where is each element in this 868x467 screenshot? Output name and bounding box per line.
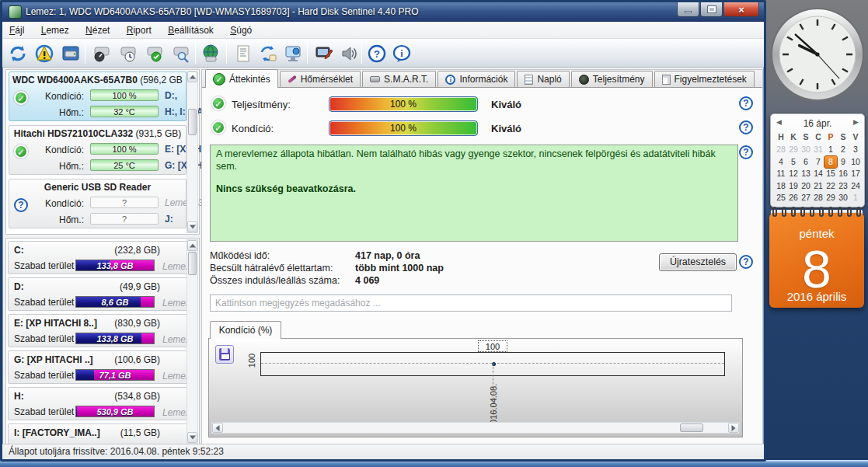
disk-item-wdc[interactable]: WDC WD6400AAKS-65A7B0 (596,2 GB ✓ Kondíc… (9, 71, 186, 121)
alert-test-icon[interactable] (33, 43, 54, 64)
partition-list-scrollbar[interactable] (186, 239, 198, 444)
calendar-day[interactable]: 30 (837, 192, 849, 204)
scroll-down-icon[interactable] (187, 221, 197, 232)
calendar-day[interactable]: 17 (849, 168, 862, 180)
scroll-left-icon[interactable] (212, 423, 223, 433)
sync-icon[interactable] (257, 43, 278, 64)
calendar-day[interactable]: 15 (824, 168, 837, 180)
calendar-day[interactable]: 2 (837, 144, 849, 156)
network-drive-icon[interactable] (200, 43, 221, 64)
calendar-day[interactable]: 30 (800, 144, 812, 156)
disk-ok-icon[interactable] (144, 43, 165, 64)
calendar-day[interactable]: 10 (849, 156, 862, 169)
tab-informaciok[interactable]: iInformációk (437, 71, 515, 87)
tab-naplo[interactable]: Napló (517, 71, 569, 87)
menu-fajl[interactable]: Fájl (2, 22, 31, 39)
help-icon[interactable]: ? (739, 145, 753, 159)
disk-list-scrollbar[interactable] (186, 71, 198, 233)
calendar-day[interactable]: 22 (824, 180, 837, 193)
help-icon[interactable]: ? (739, 255, 753, 269)
maximize-button[interactable] (700, 2, 723, 17)
scrollbar-thumb[interactable] (680, 423, 703, 432)
help-icon[interactable]: ? (739, 120, 753, 134)
calendar-day[interactable]: 1 (849, 192, 862, 204)
help-icon[interactable]: ? (739, 96, 753, 110)
scroll-up-icon[interactable] (187, 71, 197, 82)
calendar-day-selected[interactable]: 8 (824, 156, 837, 169)
calendar-day[interactable]: 24 (849, 180, 862, 193)
calendar-day[interactable]: 14 (812, 168, 824, 180)
calendar-day[interactable]: 7 (812, 156, 824, 169)
menu-riport[interactable]: Riport (120, 22, 159, 39)
status-ok-icon: ✓ (14, 145, 28, 159)
menu-nezet[interactable]: Nézet (78, 22, 117, 39)
disk-item-usb-reader[interactable]: Generic USB SD Reader ? Kondíció: ? Leme… (9, 179, 186, 228)
tab-attekintes[interactable]: ✓Áttekintés (205, 69, 278, 88)
partition-item-h[interactable]: H:(534,8 GB) Szabad terület 530,9 GB Lem… (8, 387, 189, 420)
calendar-day[interactable]: 19 (787, 180, 800, 193)
minimize-button[interactable] (677, 2, 699, 17)
calendar-day[interactable]: 20 (800, 180, 812, 193)
partition-item-e[interactable]: E: [XP HITACHI 8..](830,9 GB) Szabad ter… (8, 314, 189, 347)
scroll-right-icon[interactable] (728, 423, 739, 433)
calendar-day[interactable]: 21 (812, 180, 824, 193)
calendar-day[interactable]: 23 (837, 180, 849, 193)
disk-gauge-icon[interactable] (91, 43, 112, 64)
menu-sugo[interactable]: Súgó (223, 22, 259, 39)
calendar-day[interactable]: 16 (837, 168, 849, 180)
scroll-up-icon[interactable] (187, 240, 197, 251)
calendar-day[interactable]: 31 (812, 144, 824, 156)
tab-homerseklet[interactable]: Hőmérséklet (280, 71, 361, 87)
calendar-day[interactable]: 11 (775, 168, 787, 180)
scroll-down-icon[interactable] (187, 432, 197, 443)
save-chart-icon[interactable] (215, 345, 234, 364)
disk-clock-icon[interactable] (117, 43, 138, 64)
partition-item-c[interactable]: C:(232,8 GB) Szabad terület 133,8 GB Lem… (8, 241, 189, 274)
chart-tab-kondicio[interactable]: Kondíció (%) (210, 321, 281, 339)
disk-item-hitachi[interactable]: Hitachi HDS721010CLA332 (931,5 GB) ✓ Kon… (9, 125, 186, 175)
partition-item-g[interactable]: G: [XP HITACHI ..](100,6 GB) Szabad terü… (8, 350, 189, 384)
calendar-day[interactable]: 18 (775, 180, 787, 193)
partition-item-i[interactable]: I: [FACTORY_IMA..](11,5 GB) (8, 423, 189, 444)
retest-button[interactable]: Újratesztelés (659, 253, 737, 271)
info-icon[interactable]: i (391, 43, 412, 64)
refresh-icon[interactable] (7, 43, 28, 64)
calendar-day[interactable]: 4 (775, 156, 787, 169)
help-icon[interactable]: ? (366, 43, 387, 64)
titlebar[interactable]: Lemez: 1, WDC WD6400AAKS-65A7B0 [WD-WMAS… (2, 2, 764, 22)
calendar-day[interactable]: 1 (824, 144, 837, 156)
partition-item-d[interactable]: D:(49,9 GB) Szabad terület 8,6 GB Lemez: (8, 277, 189, 311)
menu-beallitasok[interactable]: Beállítások (161, 22, 221, 39)
calendar-day[interactable]: 27 (800, 192, 812, 204)
scrollbar-thumb[interactable] (188, 252, 197, 275)
calendar-day[interactable]: 29 (824, 192, 837, 204)
status-ok-icon: ✓ (14, 91, 28, 105)
chart-scrollbar[interactable] (211, 422, 740, 434)
calendar-day[interactable]: 6 (800, 156, 812, 169)
scrollbar-thumb[interactable] (188, 109, 197, 135)
tab-smart[interactable]: S.M.A.R.T. (362, 71, 436, 87)
disk-search-icon[interactable] (170, 43, 191, 64)
calendar-day[interactable]: 13 (800, 168, 812, 180)
comment-input[interactable] (210, 294, 732, 312)
calendar-day[interactable]: 25 (775, 192, 787, 204)
calendar-day[interactable]: 28 (775, 144, 787, 156)
close-button[interactable]: × (723, 2, 759, 17)
kondicio-label: Kondíció: (30, 145, 84, 155)
calendar-day[interactable]: 29 (787, 144, 800, 156)
menu-lemez[interactable]: Lemez (34, 22, 76, 39)
calendar-day[interactable]: 12 (787, 168, 800, 180)
tab-figyelmeztetesek[interactable]: Figyelmeztetések (654, 71, 755, 87)
calendar-next-icon[interactable]: ▶ (853, 118, 859, 126)
calendar-day[interactable]: 28 (812, 192, 824, 204)
calendar-day[interactable]: 26 (787, 192, 800, 204)
desktop-edit-icon[interactable] (313, 43, 334, 64)
calendar-day[interactable]: 9 (837, 156, 849, 169)
remote-monitor-icon[interactable] (282, 43, 303, 64)
calendar-day[interactable]: 3 (849, 144, 862, 156)
calendar-day[interactable]: 5 (787, 156, 800, 169)
report-icon[interactable] (232, 43, 253, 64)
sound-icon[interactable] (338, 43, 359, 64)
tab-teljesitmeny[interactable]: Teljesítmény (571, 71, 653, 87)
disk-monitor-icon[interactable] (60, 43, 81, 64)
